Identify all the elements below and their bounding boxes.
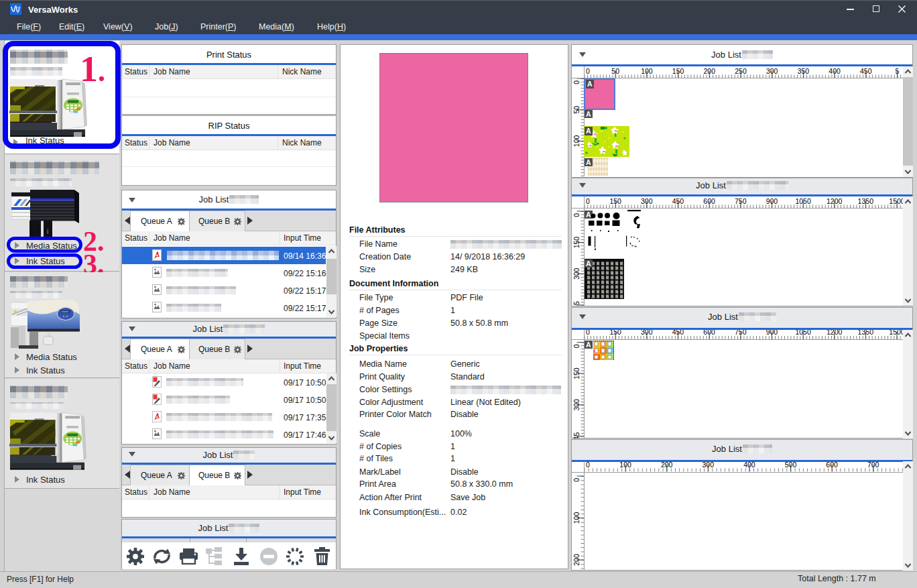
svg-text:600: 600 (703, 196, 715, 204)
svg-text:100: 100 (572, 135, 580, 147)
svg-text:250: 250 (735, 66, 747, 74)
svg-text:200: 200 (572, 554, 580, 566)
svg-text:1350: 1350 (858, 196, 874, 204)
svg-text:750: 750 (735, 330, 747, 336)
svg-text:150: 150 (572, 367, 580, 379)
svg-text:900: 900 (766, 330, 778, 336)
svg-text:200: 200 (704, 66, 716, 74)
svg-text:50: 50 (572, 105, 580, 113)
svg-text:0: 0 (586, 196, 590, 204)
svg-text:5: 5 (896, 66, 900, 74)
svg-text:900: 900 (766, 196, 778, 204)
svg-text:0: 0 (586, 330, 590, 336)
svg-text:350: 350 (798, 66, 810, 74)
svg-text:150: 150 (609, 196, 621, 204)
svg-text:100: 100 (619, 461, 631, 469)
svg-text:1200: 1200 (827, 196, 843, 204)
svg-text:300: 300 (572, 268, 580, 280)
svg-text:500: 500 (785, 461, 797, 469)
svg-text:150: 150 (672, 66, 684, 74)
svg-text:50: 50 (611, 66, 619, 74)
svg-text:150: 150 (609, 330, 621, 336)
svg-text:0: 0 (572, 213, 580, 217)
svg-text:0: 0 (572, 344, 580, 348)
svg-text:100: 100 (641, 66, 653, 74)
svg-text:300: 300 (702, 461, 715, 469)
svg-text:0: 0 (586, 461, 590, 469)
svg-text:100: 100 (572, 512, 580, 524)
svg-text:0: 0 (572, 477, 580, 481)
svg-text:300: 300 (572, 398, 580, 410)
svg-text:45: 45 (572, 301, 580, 306)
svg-text:400: 400 (829, 66, 841, 74)
svg-text:600: 600 (826, 461, 838, 469)
svg-text:700: 700 (867, 461, 879, 469)
svg-text:0: 0 (586, 66, 590, 74)
svg-text:300: 300 (766, 66, 778, 74)
svg-text:45: 45 (572, 432, 580, 438)
svg-text:0: 0 (572, 80, 580, 84)
svg-text:750: 750 (735, 196, 747, 204)
svg-text:600: 600 (703, 330, 715, 336)
svg-text:400: 400 (743, 461, 755, 469)
svg-text:200: 200 (661, 461, 673, 469)
svg-text:450: 450 (672, 330, 684, 336)
svg-text:1200: 1200 (827, 330, 843, 336)
svg-text:i: i (47, 228, 48, 235)
svg-text:450: 450 (860, 66, 872, 74)
svg-text:300: 300 (641, 330, 653, 336)
svg-text:1050: 1050 (795, 330, 811, 336)
svg-text:150: 150 (572, 237, 580, 249)
svg-text:450: 450 (672, 196, 684, 204)
svg-text:1050: 1050 (795, 196, 811, 204)
svg-text:300: 300 (641, 196, 653, 204)
svg-text:1350: 1350 (858, 330, 874, 336)
